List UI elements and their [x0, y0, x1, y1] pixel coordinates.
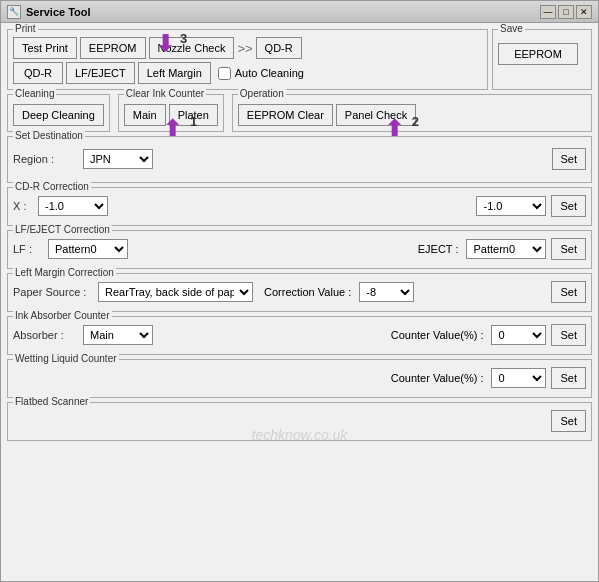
cdr-label: CD-R Correction [13, 181, 91, 192]
eject-label: EJECT : [418, 243, 459, 255]
window-controls: — □ ✕ [540, 5, 592, 19]
margin-set-button[interactable]: Set [551, 281, 586, 303]
flatbed-set-button[interactable]: Set [551, 410, 586, 432]
window-title: Service Tool [26, 6, 540, 18]
nozzle-check-button[interactable]: Nozzle Check [149, 37, 235, 59]
lf-select[interactable]: Pattern0 Pattern1 Pattern2 [48, 239, 128, 259]
absorber-section-label: Ink Absorber Counter [13, 310, 112, 321]
region-label: Region : [13, 153, 78, 165]
save-eeprom-button[interactable]: EEPROM [498, 43, 578, 65]
panel-check-button[interactable]: Panel Check [336, 104, 416, 126]
destination-label: Set Destination [13, 130, 85, 141]
title-bar: 🔧 Service Tool — □ ✕ [1, 1, 598, 23]
x2-select[interactable]: -1.0 0.0 1.0 [476, 196, 546, 216]
margin-section: Left Margin Correction Paper Source : Re… [7, 273, 592, 312]
flatbed-section: Flatbed Scanner Set [7, 402, 592, 441]
destination-set-button[interactable]: Set [552, 148, 587, 170]
correction-val-label: Correction Value : [264, 286, 351, 298]
absorber-label: Absorber : [13, 329, 78, 341]
eeprom-print-button[interactable]: EEPROM [80, 37, 146, 59]
minimize-button[interactable]: — [540, 5, 556, 19]
print-section-label: Print [13, 23, 38, 34]
close-button[interactable]: ✕ [576, 5, 592, 19]
flatbed-label: Flatbed Scanner [13, 396, 90, 407]
eject-select[interactable]: Pattern0 Pattern1 Pattern2 [466, 239, 546, 259]
auto-cleaning-label: Auto Cleaning [235, 67, 304, 79]
absorber-select[interactable]: Main Platen [83, 325, 153, 345]
arrow2-number: 2 [412, 114, 419, 129]
arrow1-number: 1 [190, 114, 197, 129]
left-margin-button[interactable]: Left Margin [138, 62, 211, 84]
cleaning-section: Cleaning Deep Cleaning [7, 94, 110, 132]
paper-label: Paper Source : [13, 286, 93, 298]
lf-eject-button[interactable]: LF/EJECT [66, 62, 135, 84]
qd-r-button[interactable]: QD-R [13, 62, 63, 84]
eeprom-clear-button[interactable]: EEPROM Clear [238, 104, 333, 126]
lf-eject-section: LF/EJECT Correction LF : Pattern0 Patter… [7, 230, 592, 269]
app-icon: 🔧 [7, 5, 21, 19]
main-content: Print Test Print EEPROM Nozzle Check >> … [1, 23, 598, 451]
lf-label: LF : [13, 243, 43, 255]
wetting-set-button[interactable]: Set [551, 367, 586, 389]
x-label: X : [13, 200, 33, 212]
absorber-counter-select[interactable]: 0 10 50 100 [491, 325, 546, 345]
test-print-button[interactable]: Test Print [13, 37, 77, 59]
wetting-label: Wetting Liquid Counter [13, 353, 119, 364]
absorber-set-button[interactable]: Set [551, 324, 586, 346]
deep-cleaning-button[interactable]: Deep Cleaning [13, 104, 104, 126]
print-section: Print Test Print EEPROM Nozzle Check >> … [7, 29, 488, 90]
destination-section: Set Destination Region : JPN USA EUR ⬆ 1… [7, 136, 592, 183]
arrow-right-icon: >> [237, 41, 252, 56]
maximize-button[interactable]: □ [558, 5, 574, 19]
operation-label: Operation [238, 88, 286, 99]
lf-eject-label: LF/EJECT Correction [13, 224, 112, 235]
arrow2-up-icon: ⬆ [385, 116, 403, 142]
margin-label: Left Margin Correction [13, 267, 116, 278]
wetting-counter-label: Counter Value(%) : [391, 372, 484, 384]
cdr-section: CD-R Correction X : -1.0 0.0 1.0 -1.0 0.… [7, 187, 592, 226]
correction-select[interactable]: -8 -7 0 8 [359, 282, 414, 302]
wetting-section: Wetting Liquid Counter Counter Value(%) … [7, 359, 592, 398]
arrow1-up-icon: ⬆ [163, 116, 181, 142]
integration-button[interactable]: QD-R [256, 37, 302, 59]
cdr-set-button[interactable]: Set [551, 195, 586, 217]
save-section: Save EEPROM [492, 29, 592, 90]
absorber-counter-label: Counter Value(%) : [391, 329, 484, 341]
wetting-counter-select[interactable]: 0 10 50 100 [491, 368, 546, 388]
auto-cleaning-row: Auto Cleaning [218, 67, 304, 80]
x-select[interactable]: -1.0 0.0 1.0 [38, 196, 108, 216]
lf-eject-set-button[interactable]: Set [551, 238, 586, 260]
region-select[interactable]: JPN USA EUR [83, 149, 153, 169]
cleaning-label: Cleaning [13, 88, 56, 99]
auto-cleaning-checkbox[interactable] [218, 67, 231, 80]
main-button[interactable]: Main [124, 104, 166, 126]
clearink-label: Clear Ink Counter [124, 88, 206, 99]
paper-select[interactable]: RearTray, back side of paper FrontTray C… [98, 282, 253, 302]
save-section-label: Save [498, 23, 525, 34]
absorber-section: Ink Absorber Counter Absorber : Main Pla… [7, 316, 592, 355]
main-window: 🔧 Service Tool — □ ✕ Print Test Print EE… [0, 0, 599, 582]
